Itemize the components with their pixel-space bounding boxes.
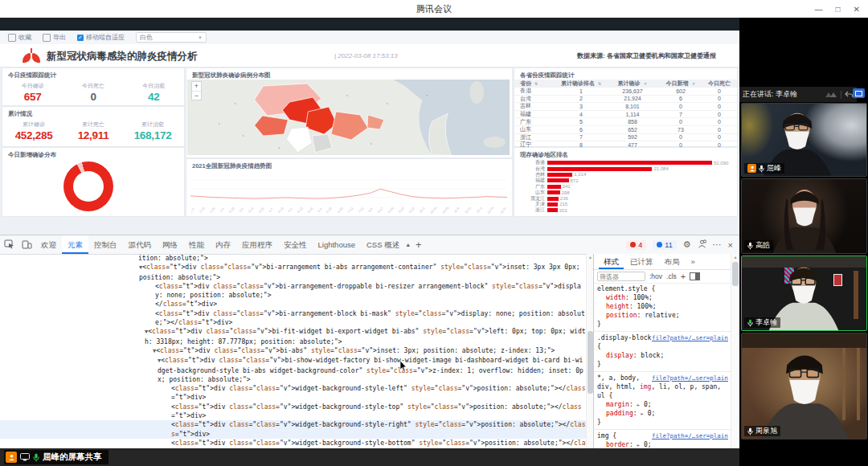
devtools-tab-网络[interactable]: 网络 — [157, 235, 183, 254]
close-devtools-icon[interactable]: × — [728, 240, 733, 250]
column-header[interactable]: 今日死亡 — [702, 80, 737, 88]
css-declaration[interactable]: margin: ► 0; — [597, 400, 728, 409]
settings-gear-icon[interactable]: ⚙ — [683, 239, 691, 250]
stylesheet-link[interactable]: file?path=/…ser=plain:2 — [652, 333, 728, 342]
styles-scrollbar[interactable]: ▲ ▼ — [731, 254, 739, 465]
rank-bar-row[interactable]: 天津215 — [518, 202, 734, 207]
zoom-in-button[interactable]: + — [192, 82, 201, 92]
css-declaration[interactable]: width: 100%; — [597, 293, 728, 302]
rank-bar-row[interactable]: 山东298 — [518, 190, 734, 195]
css-declaration[interactable]: position: relative; — [597, 311, 728, 320]
dom-tree-line[interactable]: </class="t">div> — [0, 300, 586, 309]
mic-icon — [747, 427, 753, 435]
css-declaration[interactable]: padding: ► 0; — [597, 409, 728, 418]
device-toolbar-icon[interactable] — [18, 239, 35, 251]
styles-filter-row: :hov .cls + — [594, 270, 731, 284]
rank-bar-row[interactable]: 台湾21,084 — [518, 166, 734, 171]
add-tab-icon[interactable]: + — [411, 239, 422, 251]
video-tile-participant-4[interactable]: 周泉旭 — [741, 333, 867, 439]
trend-line-chart[interactable] — [190, 172, 507, 206]
mic-icon — [747, 242, 753, 250]
dom-tree-line[interactable]: ▼<class="t">div class="class="v">bi-abs"… — [0, 346, 586, 356]
theme-dropdown[interactable]: 白色▼ — [136, 32, 207, 43]
video-tile-participant-2[interactable]: 高皓 — [741, 178, 867, 254]
video-tile-participant-3[interactable]: 李卓翰 — [741, 255, 867, 331]
stylesheet-link[interactable]: file?path=/…ser=plain:2 — [652, 431, 728, 440]
column-header[interactable]: 今日新增 ▼ — [660, 80, 702, 88]
today-stats-row: 今日确诊657今日死亡0今日治愈42 — [2, 82, 184, 103]
css-declaration[interactable]: height: 100%; — [597, 302, 728, 311]
china-northeast-choropleth-map[interactable] — [187, 80, 510, 155]
scroll-up-icon[interactable]: ▲ — [731, 255, 739, 260]
video-tile-participant-1[interactable]: 屈峰 — [741, 103, 867, 177]
new-style-rule-button[interactable]: + — [681, 272, 686, 281]
more-options-icon[interactable]: ⋯ — [713, 239, 722, 250]
dom-tree-line[interactable]: <class="t">div class="class="v">bi-arran… — [0, 309, 586, 328]
devtools-tab-控制台[interactable]: 控制台 — [88, 235, 123, 254]
feedback-person-icon[interactable] — [698, 239, 706, 250]
dom-tree-line[interactable]: <class="t">div class="class="v">widget-b… — [0, 384, 586, 403]
devtools-tab-性能[interactable]: 性能 — [183, 235, 210, 254]
toggle-pseudo-button[interactable]: :hov — [649, 272, 662, 280]
devtools-tab-CSS 概述[interactable]: CSS 概述 — [361, 235, 405, 254]
view-layout-icon[interactable] — [853, 88, 865, 98]
presenter-person-icon — [6, 452, 17, 463]
dom-tree-line[interactable]: ition: absolute;"> — [0, 254, 586, 263]
rank-bar-row[interactable]: 广东341 — [518, 184, 734, 190]
devtools-tab-应用程序[interactable]: 应用程序 — [236, 235, 278, 254]
toolbar-export-button[interactable]: 导出 — [43, 33, 66, 42]
styles-tab-样式[interactable]: 样式 — [599, 254, 624, 269]
css-rule[interactable]: element.style {width: 100%;height: 100%;… — [594, 283, 731, 332]
minimize-button[interactable]: — — [815, 5, 823, 14]
devtools-tab-欢迎[interactable]: 欢迎 — [35, 235, 62, 254]
css-rule[interactable]: file?path=/…ser=plain:2*, a, body, div, … — [594, 372, 731, 430]
devtools-tab-内存[interactable]: 内存 — [210, 235, 236, 254]
console-errors-badge[interactable]: 4 — [626, 240, 646, 250]
dom-tree-line[interactable]: ▼<class="t">div class="class="v">bi-fit-… — [0, 327, 586, 346]
close-button[interactable]: ✕ — [854, 5, 860, 14]
donut-chart[interactable] — [63, 161, 113, 211]
collapse-chevrons-icon[interactable] — [825, 91, 837, 98]
rank-bar-row[interactable]: 浙江201 — [518, 207, 734, 213]
rank-bar-row[interactable]: 黑龙江236 — [518, 195, 734, 201]
style-filter-input[interactable] — [597, 272, 645, 281]
screen-share-icon — [20, 453, 30, 461]
devtools-tab-元素[interactable]: 元素 — [62, 235, 88, 254]
stylesheet-link[interactable]: file?path=/…ser=plain:2 — [652, 374, 728, 382]
dom-tree-line[interactable]: <class="t">div class="class="v">widget-b… — [0, 420, 586, 439]
styles-tab-已计算[interactable]: 已计算 — [625, 254, 658, 269]
devtools-tab-源代码[interactable]: 源代码 — [123, 235, 158, 254]
css-rule[interactable]: file?path=/…ser=plain:2.display-block {d… — [594, 332, 731, 372]
devtools-tab-Lighthouse[interactable]: Lighthouse — [313, 235, 361, 254]
dom-tree-line[interactable]: <class="t">div class="class="v">widget-b… — [0, 403, 586, 421]
column-header[interactable]: 省份 ⇅ — [514, 80, 557, 88]
dom-tree-line[interactable]: ▼<class="t">div class="class="v">bi-show… — [0, 356, 586, 384]
inspect-element-icon[interactable] — [0, 239, 18, 251]
issues-badge[interactable]: 11 — [653, 240, 676, 250]
dom-tree-line[interactable]: <class="t">div class="class="v">bi-arran… — [0, 282, 586, 300]
toolbar-favorite-button[interactable]: 收藏 — [8, 33, 31, 42]
maximize-button[interactable]: □ — [836, 5, 841, 14]
devtools-tab-安全性[interactable]: 安全性 — [278, 235, 313, 254]
rank-bar-row[interactable]: 吉林1,214 — [518, 172, 734, 178]
styles-pane-tabs: 样式已计算布局» — [594, 254, 731, 270]
toolbar-adaptive-checkbox[interactable]: ✓移动端自适应 — [77, 33, 125, 42]
toggle-class-button[interactable]: .cls — [666, 272, 677, 280]
css-declaration[interactable]: display: block; — [597, 351, 728, 360]
scrollbar-thumb[interactable] — [732, 262, 739, 286]
more-tabs-chevron[interactable]: » — [686, 254, 700, 269]
column-header[interactable]: 累计确诊 ▼ — [605, 80, 660, 88]
rank-bar-row[interactable]: 福建872 — [518, 178, 734, 183]
stat-item: 今日治愈42 — [142, 82, 165, 103]
screen-share-indicator[interactable]: 屈峰的屏幕共享 — [4, 450, 108, 464]
map-zoom-control[interactable]: + − — [191, 81, 202, 100]
styles-tab-布局[interactable]: 布局 — [660, 254, 685, 269]
zoom-out-button[interactable]: − — [192, 92, 201, 100]
issue-dot-icon — [657, 242, 662, 247]
rank-bar-row[interactable]: 香港52,090 — [518, 160, 734, 166]
participant-name-tag: 李卓翰 — [744, 317, 780, 328]
column-header[interactable]: 累计确诊排名 ⇅ — [557, 80, 605, 88]
scrollbar-thumb[interactable] — [588, 331, 593, 394]
computed-sidebar-toggle-icon[interactable] — [690, 272, 700, 280]
dom-tree-line[interactable]: ▼<class="t">div class="class="v">bi-arra… — [0, 263, 586, 282]
